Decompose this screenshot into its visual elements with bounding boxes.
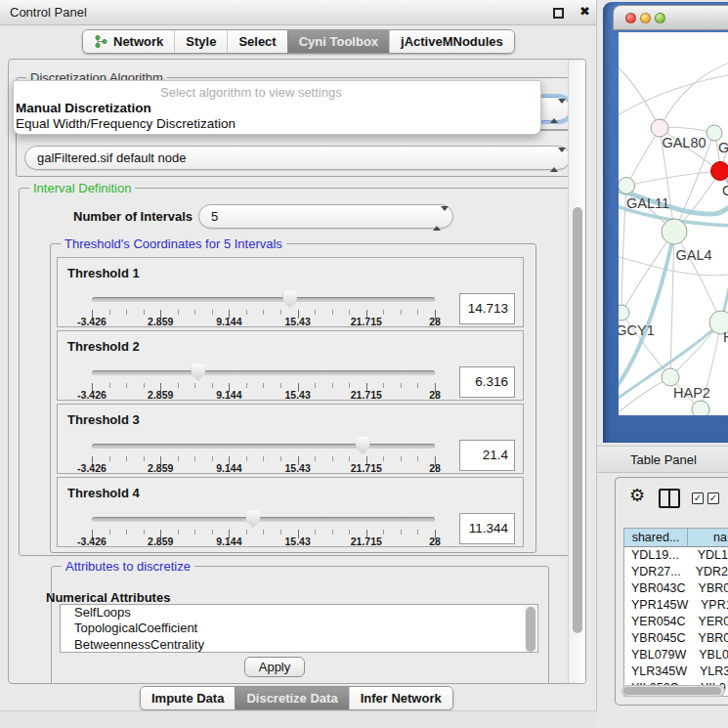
threshold-value-field[interactable]: 14.713 — [459, 293, 515, 324]
attribute-list-item[interactable]: TopologicalCoefficient — [61, 621, 537, 636]
group-title-attributes: Attributes to discretize — [62, 559, 194, 574]
table-scrollbar-thumb[interactable] — [623, 687, 721, 695]
node-gal4[interactable] — [662, 219, 687, 244]
tab-infer-network[interactable]: Infer Network — [349, 687, 452, 709]
tick-label: 9.144 — [216, 316, 241, 327]
tab-discretize-data[interactable]: Discretize Data — [235, 687, 348, 709]
list-scrollbar[interactable] — [525, 606, 536, 653]
column-header-name[interactable]: na — [688, 529, 728, 547]
cell-name: YPR1 — [688, 597, 728, 614]
slider-tick-labels: -3.4262.8599.14415.4321.71528 — [92, 316, 435, 327]
network-canvas[interactable]: GAL80 GA GAL11 GAL4 C GCY1 H HAP2 — [619, 32, 728, 415]
minimize-traffic-light-icon[interactable] — [640, 13, 651, 23]
threshold-value-field[interactable]: 21.4 — [459, 440, 515, 471]
cell-name: YER0 — [686, 614, 728, 630]
tab-style[interactable]: Style — [174, 30, 227, 53]
cell-name: YBR0 — [686, 580, 728, 597]
combo-stepper-icon[interactable] — [550, 152, 559, 165]
threshold-slider[interactable]: -3.4262.8599.14415.4321.71528 — [92, 405, 435, 475]
cell-name: YDL1 — [685, 547, 728, 564]
table-row[interactable]: YDR27...YDR2 — [624, 564, 728, 580]
cyni-mode-tabs: Impute DataDiscretize DataInfer Network — [140, 686, 453, 710]
table-row[interactable]: YDL19...YDL1 — [624, 547, 728, 564]
tick-label: 15.43 — [284, 316, 310, 327]
network-icon — [94, 34, 108, 49]
table-row[interactable]: YBR043CYBR0 — [624, 580, 728, 597]
node-label: HAP2 — [673, 385, 710, 401]
slider-thumb[interactable] — [245, 510, 260, 528]
node-bottom[interactable] — [692, 401, 709, 415]
slider-thumb[interactable] — [356, 437, 370, 454]
table-horizontal-scrollbar[interactable] — [621, 685, 725, 697]
node-gal11[interactable] — [619, 178, 635, 194]
algorithm-option[interactable]: Equal Width/Frequency Discretization — [14, 116, 540, 132]
table-row[interactable]: YBR045CYBR0 — [624, 630, 728, 647]
slider-thumb[interactable] — [191, 364, 205, 381]
settings-scrollbar[interactable] — [568, 61, 586, 683]
node-gcy1[interactable] — [619, 305, 629, 321]
tab-select[interactable]: Select — [227, 30, 286, 53]
group-title-thresholds: Threshold's Coordinates for 5 Intervals — [61, 236, 286, 251]
tab-label: Discretize Data — [246, 691, 337, 706]
column-header-shared-name[interactable]: shared... — [624, 529, 688, 547]
apply-button[interactable]: Apply — [244, 657, 305, 677]
slider-tick-labels: -3.4262.8599.14415.4321.71528 — [92, 535, 435, 547]
threshold-slider[interactable]: -3.4262.8599.14415.4321.71528 — [92, 331, 435, 402]
table-row[interactable]: YER054CYER0 — [624, 614, 728, 630]
cell-name: YBL0 — [686, 647, 728, 664]
tick-label: 15.43 — [284, 535, 310, 547]
network-window-titlebar[interactable] — [613, 5, 728, 30]
slider-thumb[interactable] — [282, 290, 297, 308]
settings-scrollbar-thumb[interactable] — [573, 207, 582, 633]
close-icon[interactable]: ✖ — [579, 4, 590, 19]
table-row[interactable]: YPR145WYPR1 — [624, 597, 728, 614]
slider-track[interactable] — [92, 370, 435, 375]
tab-network[interactable]: Network — [83, 30, 174, 53]
node-label: GAL11 — [626, 195, 669, 211]
combo-stepper-icon[interactable] — [433, 211, 442, 224]
attribute-list-item[interactable]: BetweennessCentrality — [61, 637, 537, 653]
slider-track[interactable] — [92, 517, 435, 522]
combo-stepper-icon[interactable] — [550, 104, 559, 116]
cell-name: YLR3 — [687, 664, 728, 680]
gear-icon[interactable]: ⚙ — [629, 485, 645, 506]
columns-icon[interactable] — [659, 489, 680, 508]
attribute-list-item[interactable]: SelfLoops — [61, 605, 537, 621]
node-hap2[interactable] — [662, 368, 679, 386]
threshold-slider[interactable]: -3.4262.8599.14415.4321.71528 — [92, 478, 435, 548]
control-panel-window: Control Panel ✖ NetworkStyleSelectCyni T… — [0, 0, 597, 728]
node-attribute-table[interactable]: shared... na YDL19...YDL1YDR27...YDR2YBR… — [623, 528, 728, 697]
close-traffic-light-icon[interactable] — [625, 13, 636, 23]
tab-cyni-toolbox[interactable]: Cyni Toolbox — [287, 30, 389, 53]
checkbox-icon[interactable]: ✓ — [707, 492, 719, 504]
node-selected-red[interactable] — [711, 162, 728, 181]
slider-track[interactable] — [92, 444, 435, 449]
threshold-value-field[interactable]: 6.316 — [459, 366, 515, 398]
threshold-panel: Threshold 2 -3.4262.8599.14415.4321.7152… — [57, 330, 524, 401]
tick-label: 28 — [429, 316, 441, 327]
network-view-window[interactable]: GAL80 GA GAL11 GAL4 C GCY1 H HAP2 — [603, 2, 728, 443]
table-data-combobox[interactable]: galFiltered.sif default node — [24, 146, 571, 170]
algorithm-option[interactable]: Manual Discretization — [14, 101, 540, 116]
threshold-slider[interactable]: -3.4262.8599.14415.4321.71528 — [92, 258, 435, 328]
tab-impute-data[interactable]: Impute Data — [141, 687, 235, 709]
cell-shared-name: YLR345W — [624, 664, 687, 680]
number-of-intervals-combobox[interactable]: 5 — [198, 204, 453, 229]
tab-label: Impute Data — [151, 691, 224, 706]
float-window-icon[interactable] — [553, 8, 564, 19]
tab-label: Select — [238, 34, 276, 49]
table-row[interactable]: YBL079WYBL0 — [624, 647, 728, 664]
cell-name: YBR0 — [686, 630, 728, 647]
table-row[interactable]: YLR345WYLR3 — [624, 664, 728, 680]
numerical-attributes-list[interactable]: SelfLoopsTopologicalCoefficientBetweenne… — [60, 604, 538, 653]
checkbox-icon[interactable]: ✓ — [692, 492, 704, 504]
tick-label: 9.144 — [216, 462, 241, 474]
cell-shared-name: YER054C — [624, 614, 686, 630]
slider-track[interactable] — [92, 297, 435, 302]
zoom-traffic-light-icon[interactable] — [655, 13, 665, 23]
node-label: GAL80 — [662, 135, 706, 150]
tab-jactivemnodules[interactable]: jActiveMNodules — [389, 30, 514, 53]
threshold-value-field[interactable]: 11.344 — [459, 513, 515, 544]
node-gal-right[interactable] — [707, 125, 722, 141]
list-scrollbar-thumb[interactable] — [526, 607, 535, 652]
